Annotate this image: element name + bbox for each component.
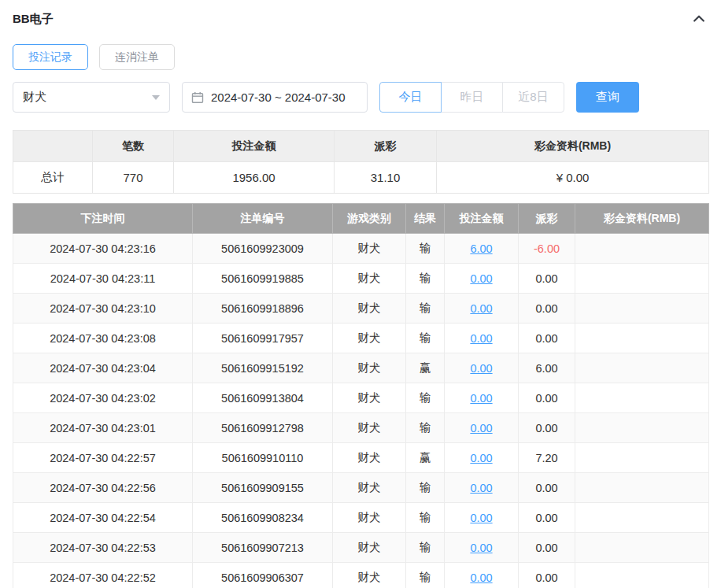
game-select[interactable]: 财犬 bbox=[13, 82, 170, 113]
result-cell: 输 bbox=[406, 324, 445, 353]
table-row: 2024-07-30 04:23:165061609923009财犬输6.00-… bbox=[13, 234, 709, 264]
summary-count: 770 bbox=[93, 162, 174, 194]
result-cell: 输 bbox=[406, 383, 445, 413]
bet-time-cell: 2024-07-30 04:23:16 bbox=[13, 234, 193, 264]
game-type-cell: 财犬 bbox=[333, 413, 406, 443]
order-number-cell: 5061609918896 bbox=[193, 294, 333, 324]
bet-time-cell: 2024-07-30 04:22:52 bbox=[13, 563, 193, 588]
game-type-cell: 财犬 bbox=[333, 324, 406, 353]
bet-amount-cell: 0.00 bbox=[445, 324, 519, 353]
payout-cell: 0.00 bbox=[519, 264, 575, 294]
table-row: 2024-07-30 04:22:545061609908234财犬输0.000… bbox=[13, 503, 709, 533]
game-type-cell: 财犬 bbox=[333, 353, 406, 383]
quick-last8days-button[interactable]: 近8日 bbox=[502, 82, 564, 113]
bet-amount-link[interactable]: 0.00 bbox=[470, 362, 492, 375]
bet-time-cell: 2024-07-30 04:23:08 bbox=[13, 324, 193, 353]
summary-bonus: ¥ 0.00 bbox=[437, 162, 709, 194]
bet-amount-link[interactable]: 0.00 bbox=[470, 332, 492, 345]
payout-cell: 0.00 bbox=[519, 563, 575, 588]
result-cell: 输 bbox=[406, 473, 445, 503]
table-row: 2024-07-30 04:23:045061609915192财犬赢0.006… bbox=[13, 353, 709, 383]
summary-payout: 31.10 bbox=[335, 162, 437, 194]
bet-time-cell: 2024-07-30 04:23:10 bbox=[13, 294, 193, 324]
bonus-cell bbox=[575, 533, 709, 563]
bet-amount-link[interactable]: 0.00 bbox=[470, 512, 492, 524]
caret-down-icon bbox=[152, 95, 160, 100]
chevron-up-icon bbox=[691, 11, 707, 27]
table-row: 2024-07-30 04:22:525061609906307财犬输0.000… bbox=[13, 563, 709, 588]
payout-cell: 0.00 bbox=[519, 294, 575, 324]
table-row: 2024-07-30 04:23:085061609917957财犬输0.000… bbox=[13, 324, 709, 353]
table-row: 2024-07-30 04:23:015061609912798财犬输0.000… bbox=[13, 413, 709, 443]
payout-cell: 0.00 bbox=[519, 383, 575, 413]
bet-amount-cell: 0.00 bbox=[445, 294, 519, 324]
bet-amount-link[interactable]: 0.00 bbox=[470, 272, 492, 285]
game-type-cell: 财犬 bbox=[333, 473, 406, 503]
bet-amount-link[interactable]: 0.00 bbox=[470, 422, 492, 435]
payout-cell: -6.00 bbox=[519, 234, 575, 264]
bonus-cell bbox=[575, 443, 709, 473]
tab-bet-records[interactable]: 投注记录 bbox=[13, 44, 88, 70]
collapse-button[interactable] bbox=[690, 9, 708, 28]
game-type-cell: 财犬 bbox=[333, 533, 406, 563]
result-cell: 输 bbox=[406, 294, 445, 324]
order-number-cell: 5061609917957 bbox=[193, 324, 333, 353]
order-number-cell: 5061609908234 bbox=[193, 503, 333, 533]
date-range-value: 2024-07-30 ~ 2024-07-30 bbox=[211, 91, 346, 104]
game-type-cell: 财犬 bbox=[333, 234, 406, 264]
summary-header-row: 笔数投注金额派彩彩金资料(RMB) bbox=[13, 131, 709, 162]
table-row: 2024-07-30 04:22:575061609910110财犬赢0.007… bbox=[13, 443, 709, 473]
tab-cancelled-orders[interactable]: 连消注单 bbox=[99, 44, 175, 70]
quick-yesterday-button[interactable]: 昨日 bbox=[441, 82, 503, 113]
table-header-cell: 彩金资料(RMB) bbox=[575, 204, 709, 234]
bet-amount-link[interactable]: 0.00 bbox=[470, 452, 492, 464]
order-number-cell: 5061609915192 bbox=[193, 353, 333, 383]
bet-amount-cell: 0.00 bbox=[445, 353, 519, 383]
summary-header-cell: 笔数 bbox=[93, 131, 174, 162]
result-cell: 输 bbox=[406, 533, 445, 563]
bet-amount-cell: 0.00 bbox=[445, 563, 519, 588]
result-cell: 输 bbox=[406, 413, 445, 443]
order-number-cell: 5061609912798 bbox=[193, 413, 333, 443]
filter-bar: 财犬 2024-07-30 ~ 2024-07-30 今日 昨日 近8日 查询 bbox=[13, 82, 708, 113]
search-button[interactable]: 查询 bbox=[576, 82, 639, 113]
game-type-cell: 财犬 bbox=[333, 383, 406, 413]
game-type-cell: 财犬 bbox=[333, 294, 406, 324]
bet-amount-cell: 6.00 bbox=[445, 234, 519, 264]
summary-total-row: 总计 770 1956.00 31.10 ¥ 0.00 bbox=[13, 162, 709, 194]
bet-amount-cell: 0.00 bbox=[445, 533, 519, 563]
quick-range-group: 今日 昨日 近8日 bbox=[379, 82, 564, 113]
result-cell: 输 bbox=[406, 264, 445, 294]
table-header-row: 下注时间注单编号游戏类别结果投注金额派彩彩金资料(RMB) bbox=[13, 204, 709, 234]
bet-amount-link[interactable]: 0.00 bbox=[470, 542, 492, 554]
game-type-cell: 财犬 bbox=[333, 563, 406, 588]
payout-cell: 0.00 bbox=[519, 324, 575, 353]
bet-amount-link[interactable]: 0.00 bbox=[470, 302, 492, 315]
bet-amount-link[interactable]: 0.00 bbox=[470, 482, 492, 494]
bonus-cell bbox=[575, 324, 709, 353]
table-header-cell: 下注时间 bbox=[13, 204, 193, 234]
bonus-cell bbox=[575, 473, 709, 503]
bonus-cell bbox=[575, 353, 709, 383]
date-range-picker[interactable]: 2024-07-30 ~ 2024-07-30 bbox=[182, 82, 368, 113]
quick-today-button[interactable]: 今日 bbox=[379, 82, 442, 113]
bet-amount-cell: 0.00 bbox=[445, 264, 519, 294]
bet-amount-link[interactable]: 6.00 bbox=[470, 242, 492, 255]
order-number-cell: 5061609906307 bbox=[193, 563, 333, 588]
bet-time-cell: 2024-07-30 04:22:56 bbox=[13, 473, 193, 503]
bonus-cell bbox=[575, 563, 709, 588]
table-header-cell: 注单编号 bbox=[193, 204, 333, 234]
table-row: 2024-07-30 04:23:025061609913804财犬输0.000… bbox=[13, 383, 709, 413]
table-row: 2024-07-30 04:23:115061609919885财犬输0.000… bbox=[13, 264, 709, 294]
table-header-cell: 投注金额 bbox=[445, 204, 519, 234]
bonus-cell bbox=[575, 264, 709, 294]
bet-amount-link[interactable]: 0.00 bbox=[470, 571, 492, 584]
result-cell: 赢 bbox=[406, 443, 445, 473]
bet-time-cell: 2024-07-30 04:23:04 bbox=[13, 353, 193, 383]
game-type-cell: 财犬 bbox=[333, 503, 406, 533]
bonus-cell bbox=[575, 413, 709, 443]
bet-amount-link[interactable]: 0.00 bbox=[470, 392, 492, 405]
order-number-cell: 5061609913804 bbox=[193, 383, 333, 413]
bet-records-table: 下注时间注单编号游戏类别结果投注金额派彩彩金资料(RMB) 2024-07-30… bbox=[13, 203, 709, 588]
bet-amount-cell: 0.00 bbox=[445, 443, 519, 473]
